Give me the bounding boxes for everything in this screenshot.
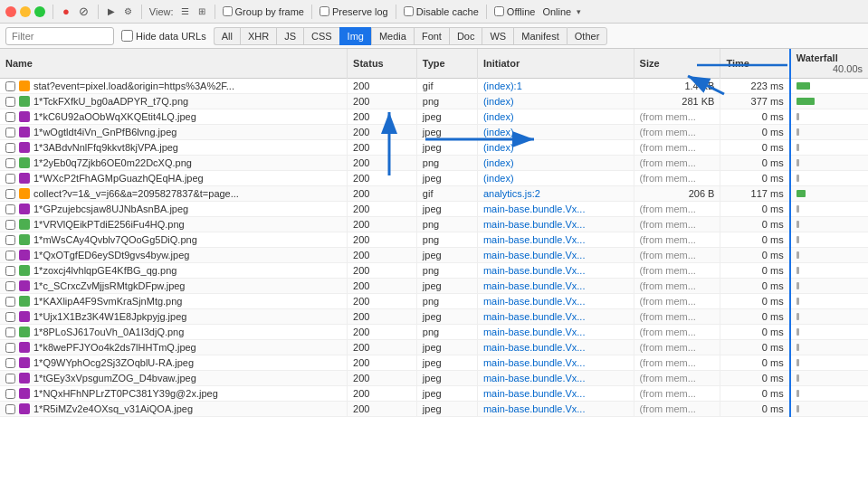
cell-initiator[interactable]: main-base.bundle.Vx... [477,217,634,232]
initiator-link[interactable]: (index) [483,173,514,184]
row-checkbox[interactable] [5,204,15,214]
maximize-button[interactable] [34,6,45,17]
offline-checkbox[interactable] [494,6,504,16]
table-row[interactable]: 1*8PLoSJ617ouVh_0A1I3djQ.png 200pngmain-… [0,325,868,340]
filter-icon[interactable]: ⚙ [122,6,134,16]
row-checkbox[interactable] [5,174,15,184]
initiator-link[interactable]: main-base.bundle.Vx... [483,342,586,353]
table-row[interactable]: 1*c_SCrxcZvMjjsRMtgkDFpw.jpeg 200jpegmai… [0,279,868,294]
cell-initiator[interactable]: main-base.bundle.Vx... [477,355,634,371]
table-row[interactable]: 1*Ujx1X1Bz3K4W1E8Jpkpyjg.jpeg 200jpegmai… [0,309,868,325]
disable-cache-checkbox[interactable] [404,6,414,16]
tab-css[interactable]: CSS [303,27,339,45]
cell-initiator[interactable]: (index):1 [477,79,634,94]
row-checkbox[interactable] [5,189,15,199]
table-row[interactable]: 1*KAXlipA4F9SvmKraSjnMtg.png 200pngmain-… [0,294,868,309]
row-checkbox[interactable] [5,343,15,353]
initiator-link[interactable]: main-base.bundle.Vx... [483,296,586,307]
initiator-link[interactable]: (index) [483,157,514,168]
row-checkbox[interactable] [5,128,15,137]
table-row[interactable]: 1*kC6U92aOObWqXKQEtit4LQ.jpeg 200jpeg(in… [0,109,868,125]
table-row[interactable]: 1*Q9WYphOcg2Sj3ZOqblU-RA.jpeg 200jpegmai… [0,355,868,371]
initiator-link[interactable]: (index) [483,96,514,107]
close-button[interactable] [5,6,16,17]
table-row[interactable]: 1*VRVlQEikPTdiE256iFu4HQ.png 200pngmain-… [0,217,868,232]
initiator-link[interactable]: main-base.bundle.Vx... [483,219,586,230]
network-table-container[interactable]: Name Status Type Initiator Size Time [0,49,868,483]
cell-initiator[interactable]: main-base.bundle.Vx... [477,232,634,248]
initiator-link[interactable]: (index) [483,127,514,137]
list-view-button[interactable]: ☰ [179,6,191,16]
col-header-type[interactable]: Type [416,49,477,79]
row-checkbox[interactable] [5,281,15,291]
row-checkbox[interactable] [5,235,15,245]
initiator-link[interactable]: (index):1 [483,80,522,91]
row-checkbox[interactable] [5,143,15,153]
initiator-link[interactable]: (index) [483,111,514,122]
tab-img[interactable]: Img [339,27,371,45]
col-header-name[interactable]: Name [0,49,348,79]
initiator-link[interactable]: main-base.bundle.Vx... [483,280,586,291]
tab-font[interactable]: Font [414,27,449,45]
row-checkbox[interactable] [5,404,15,414]
initiator-link[interactable]: main-base.bundle.Vx... [483,250,586,260]
table-row[interactable]: 1*mWsCAy4Qvblv7QOoGg5DiQ.png 200pngmain-… [0,232,868,248]
table-row[interactable]: 1*TckFXfkU_bg0aADPYR_t7Q.png 200png(inde… [0,94,868,109]
initiator-link[interactable]: main-base.bundle.Vx... [483,357,586,368]
row-checkbox[interactable] [5,266,15,276]
table-row[interactable]: 1*3ABdvNnlFfq9kkvt8kjVPA.jpeg 200jpeg(in… [0,140,868,156]
tab-media[interactable]: Media [371,27,414,45]
table-row[interactable]: collect?v=1&_v=j66&a=2095827837&t=page..… [0,186,868,202]
table-row[interactable]: 1*WXcP2tFhAGMpGuazhQEqHA.jpeg 200jpeg(in… [0,171,868,186]
preserve-log-label[interactable]: Preserve log [320,6,388,17]
cell-initiator[interactable]: main-base.bundle.Vx... [477,325,634,340]
cell-initiator[interactable]: main-base.bundle.Vx... [477,263,634,279]
hide-data-urls-label[interactable]: Hide data URLs [121,30,206,42]
cell-initiator[interactable]: main-base.bundle.Vx... [477,202,634,217]
tab-doc[interactable]: Doc [449,27,482,45]
row-checkbox[interactable] [5,81,15,91]
table-row[interactable]: 1*tGEy3xVpsgumZOG_D4bvaw.jpeg 200jpegmai… [0,371,868,386]
row-checkbox[interactable] [5,358,15,368]
col-header-status[interactable]: Status [348,49,417,79]
table-row[interactable]: 1*2yEb0q7Zjkb6OE0m22DcXQ.png 200png(inde… [0,156,868,171]
initiator-link[interactable]: analytics.js:2 [483,188,540,199]
cell-initiator[interactable]: analytics.js:2 [477,186,634,202]
table-row[interactable]: stat?event=pixel.load&origin=https%3A%2F… [0,79,868,94]
cell-initiator[interactable]: (index) [477,109,634,125]
table-row[interactable]: 1*QxOTgfED6eySDt9gvs4byw.jpeg 200jpegmai… [0,248,868,263]
disable-cache-label[interactable]: Disable cache [404,6,479,17]
tab-manifest[interactable]: Manifest [513,27,567,45]
row-checkbox[interactable] [5,389,15,399]
tab-ws[interactable]: WS [482,27,513,45]
cell-initiator[interactable]: (index) [477,171,634,186]
initiator-link[interactable]: main-base.bundle.Vx... [483,327,586,337]
table-row[interactable]: 1*GPzujebcsjaw8UJNbAsnBA.jpeg 200jpegmai… [0,202,868,217]
table-row[interactable]: 1*zoxcj4lvhlqpGE4KfBG_qg.png 200pngmain-… [0,263,868,279]
cell-initiator[interactable]: main-base.bundle.Vx... [477,294,634,309]
cell-initiator[interactable]: main-base.bundle.Vx... [477,340,634,355]
cell-initiator[interactable]: main-base.bundle.Vx... [477,309,634,325]
initiator-link[interactable]: main-base.bundle.Vx... [483,388,586,399]
clear-button[interactable]: ⊘ [77,5,91,18]
preserve-log-checkbox[interactable] [320,6,329,16]
initiator-link[interactable]: main-base.bundle.Vx... [483,265,586,276]
cell-initiator[interactable]: main-base.bundle.Vx... [477,371,634,386]
tab-other[interactable]: Other [567,27,608,45]
cell-initiator[interactable]: main-base.bundle.Vx... [477,248,634,263]
row-checkbox[interactable] [5,374,15,384]
initiator-link[interactable]: main-base.bundle.Vx... [483,403,586,414]
table-row[interactable]: 1*k8wePFJYOo4k2ds7lHHTmQ.jpeg 200jpegmai… [0,340,868,355]
table-row[interactable]: 1*R5iMZv2e4OXsq_v31AiQOA.jpeg 200jpegmai… [0,402,868,417]
filter-input[interactable] [5,27,114,45]
tab-all[interactable]: All [214,27,240,45]
row-checkbox[interactable] [5,297,15,307]
col-header-initiator[interactable]: Initiator [477,49,634,79]
row-checkbox[interactable] [5,251,15,260]
record-button[interactable]: ● [61,5,72,18]
row-checkbox[interactable] [5,97,15,107]
row-checkbox[interactable] [5,327,15,337]
cell-initiator[interactable]: main-base.bundle.Vx... [477,386,634,402]
col-header-waterfall[interactable]: Waterfall 40.00s [790,49,868,79]
cell-initiator[interactable]: main-base.bundle.Vx... [477,402,634,417]
